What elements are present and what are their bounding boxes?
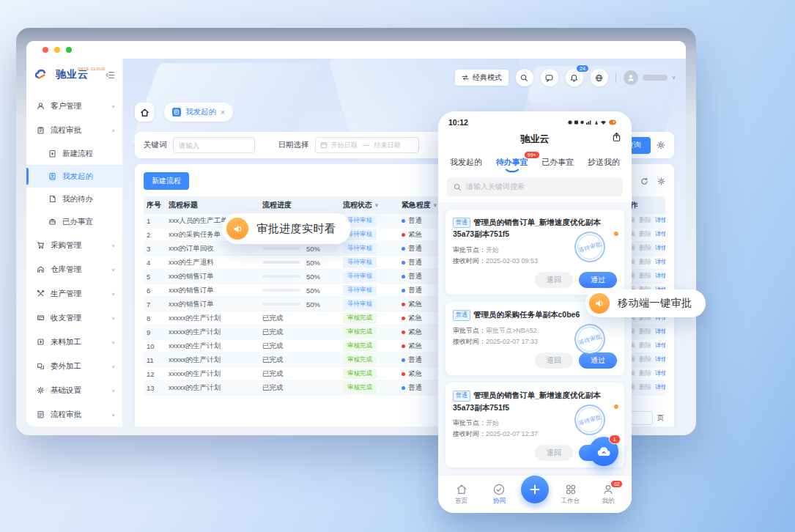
date-range-input[interactable]: 开始日期 — 结束日期 xyxy=(315,137,419,153)
nav-mine[interactable]: 62 我的 xyxy=(592,484,624,506)
home-button[interactable] xyxy=(135,103,154,122)
sidebar-item-my-todo[interactable]: 我的待办 xyxy=(26,188,122,210)
new-process-button[interactable]: 新建流程 xyxy=(144,172,189,190)
card-buttons: 退回 通过 xyxy=(453,272,617,288)
delete-link[interactable]: 删除 xyxy=(639,369,651,378)
minimize-window-button[interactable] xyxy=(54,47,60,53)
urgency-dot xyxy=(402,247,405,251)
messages-button[interactable] xyxy=(541,69,558,86)
reject-button[interactable]: 退回 xyxy=(535,445,573,461)
notifications-button[interactable]: 24 xyxy=(566,69,583,86)
maximize-window-button[interactable] xyxy=(66,47,72,53)
delete-link[interactable]: 删除 xyxy=(639,216,651,225)
reject-button[interactable]: 退回 xyxy=(535,272,573,288)
page-jump-input[interactable] xyxy=(631,411,653,425)
time-label: 接收时间： xyxy=(453,257,486,265)
status-badge: 等待审核 xyxy=(343,243,377,254)
urgency-dot xyxy=(402,317,405,320)
delete-link[interactable]: 删除 xyxy=(639,328,651,336)
phone-search-input[interactable]: 请输入关键词搜索 xyxy=(447,177,623,196)
process-title: xxx的销售订单 xyxy=(166,300,259,309)
close-icon[interactable]: × xyxy=(221,108,225,117)
chevron-down-icon: ∨ xyxy=(111,388,115,392)
sidebar-item-finance-mgmt[interactable]: 收支管理 ∨ xyxy=(26,306,122,330)
detail-link[interactable]: 详情 xyxy=(655,230,665,239)
col-header-status[interactable]: 流程状态∨ xyxy=(340,200,399,210)
filter-settings-gear-icon[interactable] xyxy=(657,141,665,149)
sidebar-item-done-matters[interactable]: 已办事宜 xyxy=(26,210,122,233)
sidebar-collapse-icon[interactable] xyxy=(106,71,115,79)
delete-link[interactable]: 删除 xyxy=(639,355,651,364)
detail-link[interactable]: 详情 xyxy=(655,328,665,336)
nav-home[interactable]: 首页 xyxy=(445,484,478,506)
chevron-down-icon: ∨ xyxy=(111,412,115,416)
phone-tab-cc[interactable]: 抄送我的 xyxy=(588,157,620,168)
nav-collaboration[interactable]: 协同 xyxy=(483,484,515,506)
keyword-input[interactable] xyxy=(173,137,255,153)
row-index: 9 xyxy=(144,328,166,336)
row-index: 8 xyxy=(144,314,166,322)
chevron-up-icon: ∧ xyxy=(111,128,115,132)
sidebar-item-warehouse-mgmt[interactable]: 仓库管理 ∨ xyxy=(26,257,122,281)
detail-link[interactable]: 详情 xyxy=(655,341,665,350)
sidebar-item-customer-mgmt[interactable]: 客户管理 ∨ xyxy=(26,94,122,118)
process-title: xxxxx的生产计划 xyxy=(166,314,259,323)
column-settings-gear-icon[interactable] xyxy=(657,177,665,185)
sidebar-item-incoming-processing[interactable]: 来料加工 ∨ xyxy=(26,330,122,354)
sidebar-item-basic-settings[interactable]: 基础设置 ∨ xyxy=(26,378,122,402)
close-window-button[interactable] xyxy=(42,47,48,53)
detail-link[interactable]: 详情 xyxy=(655,244,665,253)
sidebar-item-purchase-mgmt[interactable]: 采购管理 ∨ xyxy=(26,233,122,257)
user-menu[interactable]: ∨ xyxy=(624,70,676,85)
delete-link[interactable]: 删除 xyxy=(639,272,651,281)
detail-link[interactable]: 详情 xyxy=(655,258,665,267)
approval-card[interactable]: 普通管理员的销售订单_新增速度优化副本35a73副本751f5 等待审批 审批节… xyxy=(445,210,624,295)
language-button[interactable] xyxy=(591,69,608,86)
tab-label: 我发起的 xyxy=(185,107,216,117)
delete-link[interactable]: 删除 xyxy=(639,230,651,239)
refresh-icon[interactable] xyxy=(640,177,648,185)
share-icon[interactable] xyxy=(612,132,621,142)
delete-link[interactable]: 删除 xyxy=(639,341,651,350)
cloud-sync-fab[interactable]: 1 xyxy=(589,437,618,466)
progress-bar xyxy=(262,247,300,250)
approve-button[interactable]: 通过 xyxy=(579,272,617,288)
detail-link[interactable]: 详情 xyxy=(655,369,665,378)
phone-tab-todo[interactable]: 待办事宜 99+ xyxy=(496,157,528,168)
row-index: 5 xyxy=(144,273,166,281)
urgency-dot xyxy=(402,358,405,362)
search-button[interactable] xyxy=(516,69,533,86)
approve-button[interactable]: 通过 xyxy=(579,352,617,369)
detail-link[interactable]: 详情 xyxy=(655,272,665,281)
sidebar-item-production-mgmt[interactable]: 生产管理 ∨ xyxy=(26,281,122,306)
detail-link[interactable]: 详情 xyxy=(655,355,665,364)
create-button[interactable] xyxy=(521,476,549,503)
process-progress: 已完成 xyxy=(259,328,340,337)
classic-mode-button[interactable]: 经典模式 xyxy=(455,70,509,86)
window-titlebar xyxy=(26,41,686,59)
initiated-doc-icon xyxy=(48,172,56,180)
sidebar-item-process-approval[interactable]: 流程审批 ∧ xyxy=(26,118,122,142)
delete-link[interactable]: 删除 xyxy=(639,383,651,392)
urgency-dot xyxy=(402,289,405,292)
keyword-label: 关键词 xyxy=(144,140,167,150)
phone-card-list: 普通管理员的销售订单_新增速度优化副本35a73副本751f5 等待审批 审批节… xyxy=(438,202,632,513)
delete-link[interactable]: 删除 xyxy=(639,244,651,253)
sidebar-item-process-approval-2[interactable]: 流程审批 ∨ xyxy=(26,402,122,426)
notification-badge: 24 xyxy=(576,64,589,73)
tab-my-initiated[interactable]: 我发起的 × xyxy=(164,103,233,122)
sidebar-item-outsourced-processing[interactable]: 委外加工 ∨ xyxy=(26,354,122,378)
reject-button[interactable]: 退回 xyxy=(535,352,573,369)
detail-link[interactable]: 详情 xyxy=(655,383,665,392)
chevron-down-icon: ∨ xyxy=(111,291,115,295)
sidebar-item-label: 仓库管理 xyxy=(51,265,81,275)
delete-link[interactable]: 删除 xyxy=(639,258,651,267)
sidebar-item-new-process[interactable]: 新建流程 xyxy=(26,142,122,165)
top-header: 经典模式 24 xyxy=(123,59,686,97)
phone-tab-done[interactable]: 已办事宜 xyxy=(541,157,574,168)
phone-tab-my-initiated[interactable]: 我发起的 xyxy=(450,157,482,168)
progress-text: 已完成 xyxy=(262,355,284,365)
nav-workbench[interactable]: 工作台 xyxy=(555,484,587,506)
sidebar-item-my-initiated[interactable]: 我发起的 xyxy=(26,165,122,188)
detail-link[interactable]: 详情 xyxy=(655,216,665,225)
